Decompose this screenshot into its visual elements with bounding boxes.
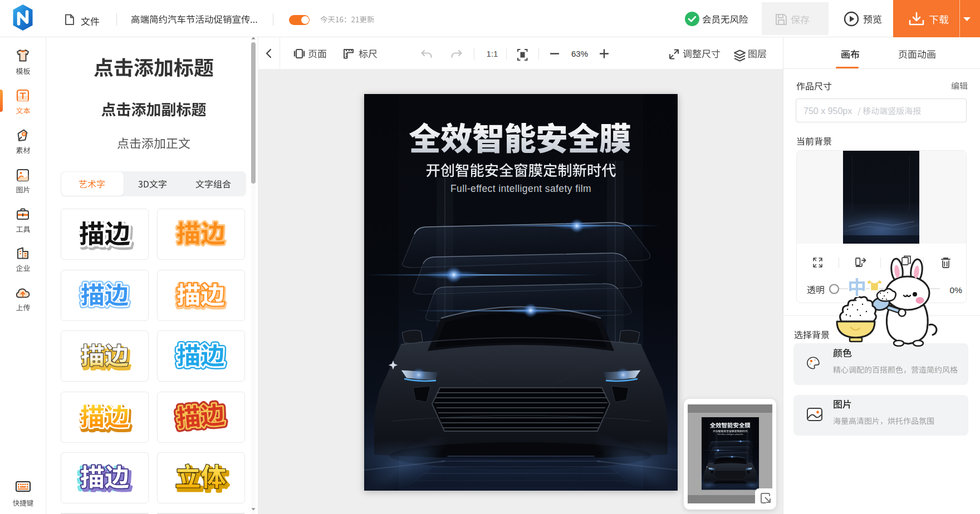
svg-text:1:1: 1:1 (487, 49, 498, 58)
svg-text:0%: 0% (950, 285, 963, 295)
svg-text:63%: 63% (571, 49, 588, 58)
svg-text:750 x 950px: 750 x 950px (803, 106, 852, 116)
